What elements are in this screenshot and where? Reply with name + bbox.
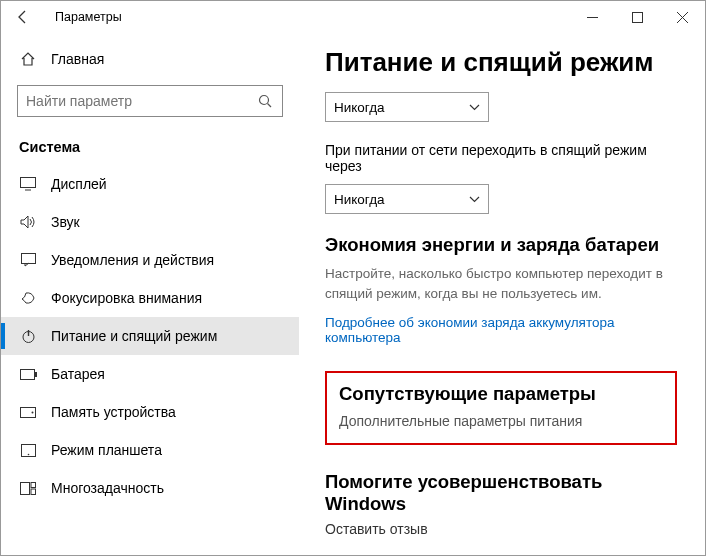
nav-label: Дисплей	[51, 176, 107, 192]
page-heading: Питание и спящий режим	[325, 47, 681, 78]
display-icon	[19, 177, 37, 191]
dropdown-value: Никогда	[334, 100, 385, 115]
svg-rect-17	[31, 489, 36, 495]
nav-label: Фокусировка внимания	[51, 290, 202, 306]
nav-label: Режим планшета	[51, 442, 162, 458]
dropdown-value: Никогда	[334, 192, 385, 207]
dropdown-screen-sleep[interactable]: Никогда	[325, 92, 489, 122]
focus-icon	[19, 291, 37, 306]
related-heading: Сопутствующие параметры	[339, 383, 663, 405]
related-settings-highlight: Сопутствующие параметры Дополнительные п…	[325, 371, 677, 445]
svg-point-2	[259, 95, 268, 104]
nav-item-battery[interactable]: Батарея	[1, 355, 299, 393]
svg-rect-16	[31, 482, 36, 487]
nav-label: Уведомления и действия	[51, 252, 214, 268]
battery-section-heading: Экономия энергии и заряда батареи	[325, 234, 681, 256]
home-link[interactable]: Главная	[1, 47, 299, 77]
back-button[interactable]	[9, 3, 37, 31]
battery-section-text: Настройте, насколько быстро компьютер пе…	[325, 264, 681, 305]
nav-list: Дисплей Звук Уведомления и действия Фоку…	[1, 165, 299, 507]
svg-line-3	[267, 103, 271, 107]
dropdown-sleep-plugged[interactable]: Никогда	[325, 184, 489, 214]
feedback-link[interactable]: Оставить отзыв	[325, 521, 681, 537]
main-panel: Питание и спящий режим Никогда При питан…	[299, 33, 705, 555]
notifications-icon	[19, 253, 37, 267]
svg-point-12	[32, 411, 34, 413]
svg-rect-1	[633, 12, 643, 22]
nav-item-storage[interactable]: Память устройства	[1, 393, 299, 431]
nav-item-display[interactable]: Дисплей	[1, 165, 299, 203]
titlebar: Параметры	[1, 1, 705, 33]
sleep-plugged-label: При питании от сети переходить в спящий …	[325, 142, 681, 174]
feedback-heading: Помогите усовершенствовать Windows	[325, 471, 681, 515]
related-link[interactable]: Дополнительные параметры питания	[339, 413, 663, 429]
nav-item-sound[interactable]: Звук	[1, 203, 299, 241]
minimize-button[interactable]	[570, 2, 615, 32]
nav-label: Звук	[51, 214, 80, 230]
nav-item-focus[interactable]: Фокусировка внимания	[1, 279, 299, 317]
category-title: Система	[1, 133, 299, 165]
window-title: Параметры	[55, 10, 122, 24]
nav-item-notifications[interactable]: Уведомления и действия	[1, 241, 299, 279]
search-icon	[256, 94, 274, 109]
svg-rect-10	[35, 372, 37, 377]
nav-label: Питание и спящий режим	[51, 328, 217, 344]
battery-icon	[19, 369, 37, 380]
search-input[interactable]	[17, 85, 283, 117]
storage-icon	[19, 407, 37, 418]
tablet-icon	[19, 444, 37, 457]
svg-point-14	[27, 453, 29, 455]
chevron-down-icon	[469, 104, 480, 111]
power-icon	[19, 329, 37, 344]
svg-rect-6	[21, 254, 35, 264]
nav-label: Батарея	[51, 366, 105, 382]
nav-label: Многозадачность	[51, 480, 164, 496]
battery-learn-more-link[interactable]: Подробнее об экономии заряда аккумулятор…	[325, 315, 681, 345]
chevron-down-icon	[469, 196, 480, 203]
multitasking-icon	[19, 482, 37, 495]
close-button[interactable]	[660, 2, 705, 32]
sound-icon	[19, 215, 37, 229]
home-icon	[19, 51, 37, 67]
maximize-button[interactable]	[615, 2, 660, 32]
nav-item-multitasking[interactable]: Многозадачность	[1, 469, 299, 507]
sidebar: Главная Система Дисплей Звук Уведом	[1, 33, 299, 555]
svg-rect-9	[20, 369, 34, 379]
nav-item-tablet[interactable]: Режим планшета	[1, 431, 299, 469]
home-label: Главная	[51, 51, 104, 67]
svg-rect-15	[21, 482, 30, 494]
feedback-section: Помогите усовершенствовать Windows Остав…	[325, 471, 681, 537]
search-field[interactable]	[26, 93, 256, 109]
nav-item-power[interactable]: Питание и спящий режим	[1, 317, 299, 355]
svg-rect-4	[21, 178, 36, 188]
nav-label: Память устройства	[51, 404, 176, 420]
